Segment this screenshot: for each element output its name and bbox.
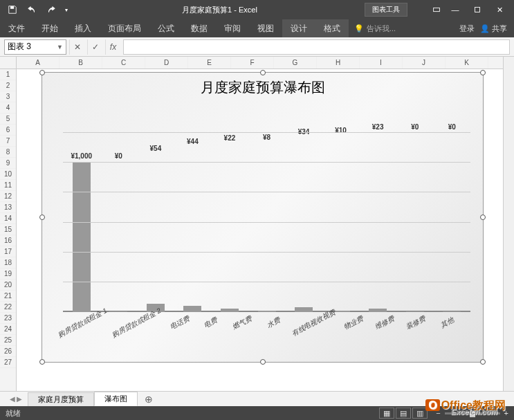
row-header[interactable]: 26: [0, 346, 16, 357]
fx-icon[interactable]: fx: [105, 39, 120, 55]
row-header[interactable]: 17: [0, 246, 16, 257]
signin-link[interactable]: 登录: [459, 24, 475, 34]
chart-object[interactable]: 月度家庭预算瀑布图 ¥1,000¥0¥54¥44¥22¥8¥34¥10¥23¥0…: [42, 72, 484, 363]
tab-data[interactable]: 数据: [183, 19, 216, 37]
chart-handle[interactable]: [480, 70, 486, 75]
column-header[interactable]: A: [17, 57, 59, 69]
name-box[interactable]: 图表 3 ▼: [4, 39, 66, 55]
name-box-value: 图表 3: [8, 41, 31, 53]
add-sheet-button[interactable]: ⊕: [142, 394, 156, 405]
column-header[interactable]: F: [231, 57, 274, 69]
cancel-formula-icon[interactable]: ✕: [69, 39, 84, 55]
close-button[interactable]: ✕: [489, 2, 510, 17]
row-header[interactable]: 22: [0, 302, 16, 313]
prev-sheet-icon[interactable]: ◀: [10, 395, 15, 403]
chart-bar[interactable]: ¥34: [285, 103, 322, 312]
row-header[interactable]: 25: [0, 335, 16, 346]
column-header[interactable]: G: [274, 57, 317, 69]
tab-home[interactable]: 开始: [33, 19, 66, 37]
undo-icon[interactable]: [24, 2, 40, 17]
chart-handle[interactable]: [39, 214, 45, 220]
row-header[interactable]: 21: [0, 291, 16, 302]
tab-formulas[interactable]: 公式: [149, 19, 183, 37]
chart-handle[interactable]: [480, 214, 486, 220]
name-box-dropdown-icon[interactable]: ▼: [57, 44, 63, 51]
chart-handle[interactable]: [260, 70, 266, 75]
ribbon-display-icon[interactable]: [428, 2, 445, 17]
column-header[interactable]: B: [59, 57, 102, 69]
formula-input[interactable]: [123, 39, 510, 55]
row-header[interactable]: 16: [0, 235, 16, 246]
chart-bar[interactable]: ¥10: [322, 103, 360, 312]
row-header[interactable]: 20: [0, 280, 16, 291]
row-header[interactable]: 18: [0, 257, 16, 268]
tab-insert[interactable]: 插入: [66, 19, 100, 37]
normal-view-icon[interactable]: ▦: [379, 408, 394, 419]
chart-bar[interactable]: ¥0: [433, 103, 470, 312]
column-header[interactable]: K: [446, 57, 488, 69]
tell-me-box[interactable]: 💡 告诉我...: [349, 24, 452, 34]
share-button[interactable]: 👤 共享: [480, 24, 507, 34]
chart-bar[interactable]: ¥22: [211, 103, 248, 312]
chart-handle[interactable]: [39, 70, 45, 75]
ribbon-tabs: 文件 开始 插入 页面布局 公式 数据 审阅 视图 设计 格式 💡 告诉我...…: [0, 19, 514, 37]
column-header[interactable]: J: [403, 57, 446, 69]
chart-data-label: ¥1,000: [63, 152, 100, 160]
tab-design[interactable]: 设计: [282, 19, 315, 37]
row-header[interactable]: 19: [0, 268, 16, 280]
column-header[interactable]: D: [145, 57, 188, 69]
tab-pagelayout[interactable]: 页面布局: [100, 19, 149, 37]
chart-title[interactable]: 月度家庭预算瀑布图: [42, 73, 483, 98]
tab-format[interactable]: 格式: [315, 19, 349, 37]
redo-icon[interactable]: [43, 2, 59, 17]
select-all-corner[interactable]: [0, 57, 17, 69]
chart-bar[interactable]: ¥44: [174, 103, 212, 312]
vertical-scrollbar[interactable]: [503, 57, 514, 391]
chart-handle[interactable]: [260, 359, 266, 365]
row-header[interactable]: 23: [0, 313, 16, 324]
row-header[interactable]: 27: [0, 357, 16, 368]
enter-formula-icon[interactable]: ✓: [87, 39, 102, 55]
sheet-nav[interactable]: ◀▶: [4, 395, 28, 403]
row-header[interactable]: 7: [0, 136, 16, 147]
column-header[interactable]: E: [188, 57, 231, 69]
qat-dropdown-icon[interactable]: ▾: [62, 2, 71, 17]
row-header[interactable]: 14: [0, 213, 16, 224]
maximize-button[interactable]: [467, 2, 488, 17]
row-header[interactable]: 11: [0, 180, 16, 191]
row-header[interactable]: 15: [0, 224, 16, 235]
row-header[interactable]: 10: [0, 169, 16, 180]
row-header[interactable]: 2: [0, 80, 16, 91]
tab-file[interactable]: 文件: [0, 19, 33, 37]
chart-handle[interactable]: [39, 359, 45, 365]
row-header[interactable]: 13: [0, 202, 16, 213]
next-sheet-icon[interactable]: ▶: [17, 395, 22, 403]
row-header[interactable]: 1: [0, 69, 16, 80]
sheet-tab[interactable]: 家庭月度预算: [28, 392, 94, 406]
row-header[interactable]: 12: [0, 191, 16, 202]
pagelayout-view-icon[interactable]: ▤: [396, 408, 411, 419]
row-header[interactable]: 24: [0, 324, 16, 335]
column-header[interactable]: C: [102, 57, 145, 69]
chart-bar[interactable]: ¥23: [359, 103, 396, 312]
chart-bar[interactable]: ¥0: [396, 103, 434, 312]
chart-bar[interactable]: ¥1,000: [63, 103, 100, 312]
row-header[interactable]: 3: [0, 91, 16, 102]
row-header[interactable]: 4: [0, 102, 16, 113]
minimize-button[interactable]: —: [445, 2, 466, 17]
row-header[interactable]: 8: [0, 147, 16, 158]
column-header[interactable]: H: [317, 57, 360, 69]
chart-bar[interactable]: ¥54: [137, 103, 174, 312]
chart-bar[interactable]: ¥0: [100, 103, 138, 312]
save-icon[interactable]: [4, 2, 21, 17]
row-header[interactable]: 5: [0, 113, 16, 125]
column-header[interactable]: I: [360, 57, 403, 69]
row-header[interactable]: 9: [0, 158, 16, 169]
chart-bar[interactable]: ¥8: [248, 103, 286, 312]
tab-review[interactable]: 审阅: [216, 19, 249, 37]
chart-handle[interactable]: [480, 359, 486, 365]
tab-view[interactable]: 视图: [249, 19, 282, 37]
row-header[interactable]: 6: [0, 125, 16, 136]
sheet-tab-active[interactable]: 瀑布图: [94, 392, 138, 406]
chart-plot-area[interactable]: ¥1,000¥0¥54¥44¥22¥8¥34¥10¥23¥0¥0: [63, 103, 470, 312]
